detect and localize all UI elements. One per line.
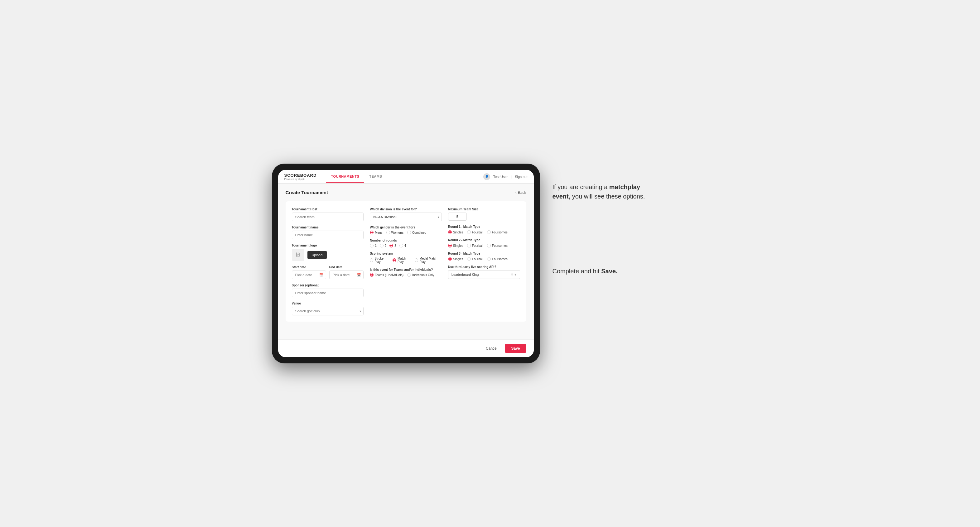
left-column: Tournament Host Tournament name Tourname… <box>292 208 364 315</box>
gender-mens[interactable]: Mens <box>370 231 382 234</box>
right-column: Maximum Team Size Round 1 - Match Type S… <box>448 208 520 315</box>
cancel-button[interactable]: Cancel <box>481 344 502 353</box>
api-group: Use third-party live scoring API? Leader… <box>448 265 520 279</box>
round2-singles[interactable]: Singles <box>448 244 463 248</box>
round2-foursomes[interactable]: Foursomes <box>487 244 508 248</box>
tab-tournaments[interactable]: TOURNAMENTS <box>326 171 364 183</box>
logo-subtitle: Powered by clippit <box>284 178 317 181</box>
round-2[interactable]: 2 <box>380 244 387 248</box>
scoring-stroke[interactable]: Stroke Play <box>370 257 389 264</box>
annotation-top: If you are creating a matchplay event, y… <box>552 182 646 201</box>
round3-label: Round 3 - Match Type <box>448 252 520 255</box>
back-link[interactable]: ‹ Back <box>515 190 526 195</box>
rounds-radio-group: 1 2 3 <box>370 244 442 248</box>
teams-individuals-label: Individuals Only <box>412 273 434 277</box>
nav-tabs: TOURNAMENTS TEAMS <box>326 171 483 183</box>
radio-match <box>393 258 396 262</box>
radio-teams <box>370 273 374 277</box>
teams-radio-group: Teams (+Individuals) Individuals Only <box>370 273 442 277</box>
radio-womens-circle <box>386 231 390 234</box>
scoring-label: Scoring system <box>370 252 442 255</box>
logo-title: SCOREBOARD <box>284 173 317 178</box>
venue-input[interactable] <box>292 307 364 315</box>
scoring-stroke-label: Stroke Play <box>374 257 389 264</box>
tablet-screen: SCOREBOARD Powered by clippit TOURNAMENT… <box>278 170 534 357</box>
radio-r3-foursomes <box>487 257 491 261</box>
teams-group: Is this event for Teams and/or Individua… <box>370 268 442 277</box>
radio-combined-circle <box>407 231 411 234</box>
api-remove-icon[interactable]: ✕ ▾ <box>511 272 516 277</box>
page-header: Create Tournament ‹ Back <box>286 190 526 195</box>
round3-match-type: Round 3 - Match Type Singles Fourball <box>448 252 520 261</box>
gender-mens-label: Mens <box>375 231 382 234</box>
venue-label: Venue <box>292 302 364 305</box>
radio-mens-circle <box>370 231 374 234</box>
round3-fourball[interactable]: Fourball <box>467 257 483 261</box>
tab-teams[interactable]: TEAMS <box>364 171 387 183</box>
calendar-icon-end: 📅 <box>357 273 361 277</box>
scoring-match[interactable]: Match Play <box>393 257 411 264</box>
round2-radio-group: Singles Fourball Foursomes <box>448 244 520 248</box>
tablet-device: SCOREBOARD Powered by clippit TOURNAMENT… <box>272 163 540 364</box>
scoring-medal[interactable]: Medal Match Play <box>415 257 442 264</box>
radio-r3-singles <box>448 257 452 261</box>
round-4[interactable]: 4 <box>399 244 406 248</box>
round-1[interactable]: 1 <box>370 244 377 248</box>
date-row: Start date 📅 End date 📅 <box>292 265 364 279</box>
teams-both[interactable]: Teams (+Individuals) <box>370 273 404 277</box>
main-content: Create Tournament ‹ Back Tournament Host… <box>278 184 534 340</box>
start-date-group: Start date 📅 <box>292 265 326 279</box>
tournament-logo-label: Tournament logo <box>292 244 364 247</box>
save-button[interactable]: Save <box>505 344 526 353</box>
radio-r2-fourball <box>467 244 471 248</box>
round1-label: Round 1 - Match Type <box>448 225 520 229</box>
teams-individuals[interactable]: Individuals Only <box>407 273 434 277</box>
end-date-group: End date 📅 <box>329 265 364 279</box>
signout-link[interactable]: Sign out <box>515 175 527 179</box>
round1-foursomes[interactable]: Foursomes <box>487 230 508 234</box>
radio-round1 <box>370 244 374 248</box>
logo-placeholder: 🖼 <box>292 249 304 261</box>
venue-group: Venue ▾ <box>292 302 364 315</box>
tournament-name-label: Tournament name <box>292 225 364 229</box>
radio-r1-singles <box>448 230 452 234</box>
round2-match-type: Round 2 - Match Type Singles Fourball <box>448 238 520 248</box>
sponsor-input[interactable] <box>292 289 364 297</box>
round2-fourball[interactable]: Fourball <box>467 244 483 248</box>
round1-fourball[interactable]: Fourball <box>467 230 483 234</box>
max-team-size-input[interactable] <box>448 213 467 221</box>
gender-womens[interactable]: Womens <box>386 231 404 234</box>
gender-combined[interactable]: Combined <box>407 231 426 234</box>
round3-singles[interactable]: Singles <box>448 257 463 261</box>
tournament-host-group: Tournament Host <box>292 208 364 221</box>
nav-divider: | <box>511 175 512 179</box>
division-select[interactable]: NCAA Division I <box>370 213 442 221</box>
calendar-icon: 📅 <box>319 273 324 277</box>
page-title: Create Tournament <box>286 190 328 195</box>
nav-bar: SCOREBOARD Powered by clippit TOURNAMENT… <box>278 170 534 184</box>
round-3[interactable]: 3 <box>390 244 396 248</box>
radio-r1-foursomes <box>487 230 491 234</box>
radio-r2-singles <box>448 244 452 248</box>
radio-medal <box>415 258 418 262</box>
start-date-wrapper: 📅 <box>292 270 326 279</box>
round1-match-type: Round 1 - Match Type Singles Fourball <box>448 225 520 234</box>
radio-r3-fourball <box>467 257 471 261</box>
tournament-host-input[interactable] <box>292 213 364 221</box>
teams-label: Is this event for Teams and/or Individua… <box>370 268 442 271</box>
end-date-wrapper: 📅 <box>329 270 364 279</box>
round1-radio-group: Singles Fourball Foursomes <box>448 230 520 234</box>
round3-foursomes[interactable]: Foursomes <box>487 257 508 261</box>
tournament-name-input[interactable] <box>292 231 364 239</box>
rounds-group: Number of rounds 1 2 <box>370 239 442 248</box>
annotations: If you are creating a matchplay event, y… <box>552 163 708 276</box>
scoring-group: Scoring system Stroke Play Match Play <box>370 252 442 264</box>
annotation-bottom: Complete and hit Save. <box>552 267 646 276</box>
upload-button[interactable]: Upload <box>307 251 327 259</box>
venue-select-wrapper: ▾ <box>292 307 364 315</box>
round1-singles[interactable]: Singles <box>448 230 463 234</box>
rounds-label: Number of rounds <box>370 239 442 242</box>
app-logo: SCOREBOARD Powered by clippit <box>284 173 317 181</box>
radio-r1-fourball <box>467 230 471 234</box>
api-label: Use third-party live scoring API? <box>448 265 520 269</box>
